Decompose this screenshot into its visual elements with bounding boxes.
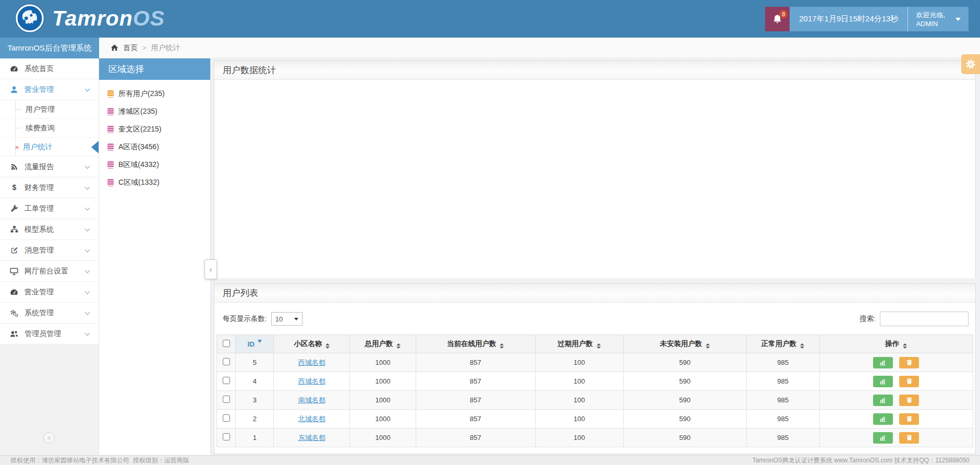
community-link[interactable]: 西城名都 [298, 359, 325, 366]
brand-logo[interactable]: TamronOS [15, 3, 165, 33]
cell-total: 1000 [350, 410, 416, 428]
per-page-label: 每页显示条数: [223, 314, 267, 324]
cell-uninstalled: 590 [623, 428, 746, 447]
table-row: 5西城名都1000857100590985 [217, 353, 973, 372]
delete-button[interactable] [899, 376, 919, 387]
sidebar-item[interactable]: $财务管理 [0, 177, 99, 198]
delete-button[interactable] [899, 432, 919, 444]
view-chart-button[interactable] [873, 357, 893, 368]
column-header-actions[interactable]: 操作 [819, 335, 973, 353]
view-chart-button[interactable] [873, 432, 893, 444]
sidebar-item[interactable]: 网厅前台设置 [0, 261, 99, 282]
delete-button[interactable] [899, 395, 919, 406]
settings-gear-button[interactable] [961, 54, 980, 74]
row-checkbox[interactable] [223, 377, 230, 384]
sort-icon [800, 343, 804, 349]
table-row: 3南城名都1000857100590985 [217, 391, 973, 410]
community-link[interactable]: 南城名都 [298, 396, 325, 404]
sidebar-collapse-circle[interactable]: « [43, 432, 55, 444]
user-table: ID小区名称总用户数当前在线用户数过期用户数未安装用户数正常用户数操作 5西城名… [216, 335, 973, 447]
region-item[interactable]: 所有用户(235) [99, 85, 210, 103]
cell-uninstalled: 590 [623, 353, 746, 372]
cell-expired: 100 [535, 391, 623, 410]
collapse-region-button[interactable]: ‹ [204, 259, 217, 279]
bar-chart-icon [879, 434, 887, 442]
delete-button[interactable] [899, 413, 919, 425]
breadcrumb-home[interactable]: 首页 [123, 43, 138, 53]
sidebar-subitem[interactable]: »用户统计 [0, 138, 99, 157]
column-label: 小区名称 [294, 340, 322, 348]
cell-online: 857 [416, 353, 535, 372]
home-icon[interactable] [111, 44, 118, 52]
view-chart-button[interactable] [873, 376, 893, 387]
column-label: 未安装用户数 [660, 340, 702, 348]
column-header-name[interactable]: 小区名称 [274, 335, 350, 353]
row-checkbox[interactable] [223, 358, 230, 365]
community-link[interactable]: 北城名都 [298, 415, 325, 423]
top-header: TamronOS 8 2017年1月9日15时24分13秒 欢迎光临, ADMI… [0, 0, 980, 38]
bar-chart-icon [879, 359, 887, 366]
column-header-uninstalled[interactable]: 未安装用户数 [623, 335, 746, 353]
cell-normal: 985 [746, 391, 819, 410]
cell-actions [819, 391, 973, 410]
region-item[interactable]: 潍城区(235) [99, 103, 210, 121]
cell-id: 2 [236, 410, 274, 428]
cell-expired: 100 [535, 372, 623, 391]
sidebar-item[interactable]: 营业管理 [0, 79, 99, 100]
view-chart-button[interactable] [873, 413, 893, 425]
chevron-down-icon [85, 86, 90, 91]
region-item-label: A区语(3456) [118, 142, 159, 152]
trash-icon [906, 378, 913, 385]
stats-chart-area [214, 80, 975, 278]
sidebar-item[interactable]: 营业管理 [0, 282, 99, 303]
row-checkbox[interactable] [223, 433, 230, 440]
sidebar-item[interactable]: 系统首页 [0, 58, 99, 79]
search-input[interactable] [880, 312, 969, 326]
sidebar-subitem[interactable]: 续费查询 [0, 119, 99, 138]
community-link[interactable]: 东城名都 [298, 434, 325, 442]
column-label: 正常用户数 [761, 340, 797, 348]
sidebar-item[interactable]: 工单管理 [0, 198, 99, 219]
cell-normal: 985 [746, 372, 819, 391]
view-chart-button[interactable] [873, 395, 893, 406]
sidebar-item[interactable]: 流量报告 [0, 157, 99, 177]
row-checkbox[interactable] [223, 396, 230, 403]
sidebar-item[interactable]: 模型系统 [0, 219, 99, 240]
region-item[interactable]: C区域(1332) [99, 174, 210, 192]
row-checkbox[interactable] [223, 414, 230, 422]
chevron-down-icon [85, 309, 90, 315]
select-all-checkbox[interactable] [223, 340, 230, 347]
community-link[interactable]: 西城名都 [298, 377, 325, 385]
user-menu[interactable]: 欢迎光临, ADMIN [908, 7, 969, 31]
region-item[interactable]: B区域(4332) [99, 156, 210, 174]
sidebar-item[interactable]: 消息管理 [0, 240, 99, 261]
column-header-total[interactable]: 总用户数 [350, 335, 416, 353]
cell-uninstalled: 590 [623, 372, 746, 391]
sidebar-item[interactable]: 管理员管理 [0, 324, 99, 344]
active-pointer-icon [91, 141, 99, 153]
edit-icon [9, 246, 19, 254]
region-item[interactable]: 奎文区(2215) [99, 121, 210, 138]
notifications-button[interactable]: 8 [765, 7, 790, 31]
breadcrumb: 首页 > 用户统计 [99, 38, 980, 58]
column-label: 当前在线用户数 [447, 340, 497, 348]
list-panel-title: 用户列表 [223, 287, 258, 299]
trash-icon [906, 434, 913, 441]
column-header-id[interactable]: ID [236, 335, 274, 353]
active-marker: » [15, 143, 19, 151]
sidebar-item-label: 营业管理 [25, 288, 54, 297]
chevron-down-icon [85, 330, 90, 336]
rss-icon [9, 163, 19, 171]
region-item[interactable]: A区语(3456) [99, 138, 210, 156]
column-header-online[interactable]: 当前在线用户数 [416, 335, 535, 353]
column-header-expired[interactable]: 过期用户数 [535, 335, 623, 353]
sidebar-subitem[interactable]: 用户管理 [0, 100, 99, 119]
region-list: 所有用户(235)潍城区(235)奎文区(2215)A区语(3456)B区域(4… [99, 80, 210, 192]
region-panel: 区域选择 所有用户(235)潍城区(235)奎文区(2215)A区语(3456)… [99, 58, 211, 455]
sidebar-item[interactable]: 系统管理 [0, 303, 99, 324]
row-select-cell [217, 353, 236, 372]
sidebar-item-label: 营业管理 [25, 85, 54, 94]
column-header-normal[interactable]: 正常用户数 [746, 335, 819, 353]
per-page-select[interactable]: 10 [271, 312, 303, 326]
delete-button[interactable] [899, 357, 919, 368]
